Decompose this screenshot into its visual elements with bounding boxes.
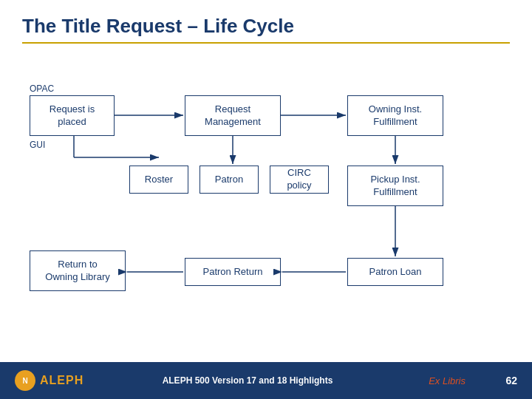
patron-box: Patron xyxy=(200,166,259,194)
aleph-label: ALEPH xyxy=(40,374,83,387)
footer-center-text: ALEPH 500 Version 17 and 18 Highlights xyxy=(89,375,406,386)
owning-fulfillment-box: Owning Inst.Fulfillment xyxy=(347,95,443,136)
opac-label: OPAC xyxy=(30,83,54,94)
exlibris-logo: Ex Libris xyxy=(406,375,466,386)
return-owning-box: Return toOwning Library xyxy=(30,250,126,291)
pickup-fulfillment-box: Pickup Inst.Fulfillment xyxy=(347,166,443,206)
gui-label: GUI xyxy=(30,140,45,150)
patron-loan-box: Patron Loan xyxy=(347,258,443,286)
page-number: 62 xyxy=(473,375,517,386)
roster-box: Roster xyxy=(129,166,188,194)
footer: N ALEPH ALEPH 500 Version 17 and 18 High… xyxy=(0,362,532,399)
page-title: The Title Request – Life Cycle xyxy=(22,15,510,44)
diagram: OPAC GUI Request isplaced RequestManagem… xyxy=(22,60,510,318)
aleph-logo: N ALEPH xyxy=(15,370,89,391)
aleph-icon: N xyxy=(15,370,35,391)
request-management-box: RequestManagement xyxy=(185,95,281,136)
slide-content: The Title Request – Life Cycle OPAC GUI … xyxy=(0,0,532,362)
circ-policy-box: CIRCpolicy xyxy=(270,166,329,194)
patron-return-box: Patron Return xyxy=(185,258,281,286)
request-placed-box: Request isplaced xyxy=(30,95,115,136)
